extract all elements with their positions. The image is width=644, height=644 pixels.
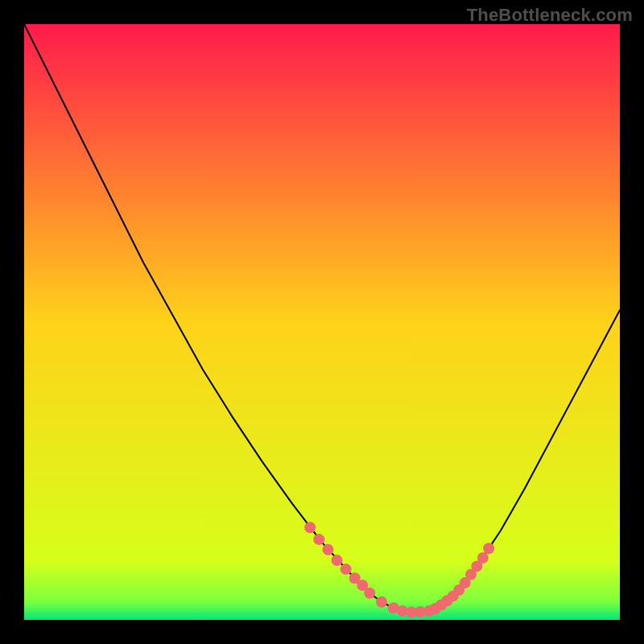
marker-dot (332, 555, 343, 566)
marker-dot (364, 588, 375, 599)
marker-dot (477, 552, 489, 564)
watermark-text: TheBottleneck.com (467, 5, 633, 26)
marker-dot (304, 522, 316, 533)
bottleneck-chart (24, 24, 620, 620)
gradient-background (24, 24, 620, 620)
marker-dot (341, 564, 352, 575)
marker-dot (376, 597, 387, 608)
marker-dot (322, 544, 333, 555)
plot-area (24, 24, 620, 620)
marker-dot (483, 543, 494, 554)
chart-frame: TheBottleneck.com (0, 0, 644, 644)
marker-dot (313, 534, 324, 545)
